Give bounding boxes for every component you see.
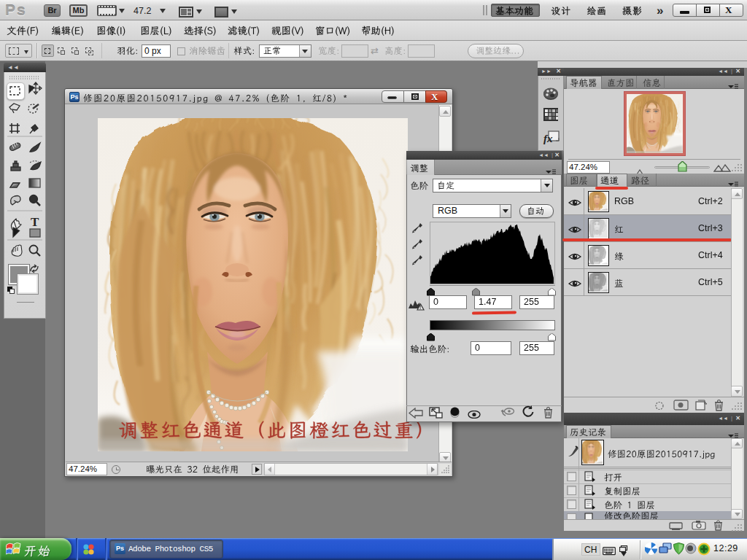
svg-text:fx: fx <box>543 133 553 144</box>
svg-text:T: T <box>31 215 39 229</box>
svg-text:!: ! <box>419 305 421 310</box>
